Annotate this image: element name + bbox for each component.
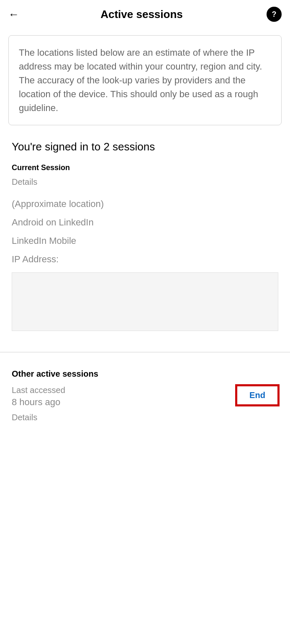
page-title: Active sessions <box>17 8 267 21</box>
main-content: You're signed in to 2 sessions Current S… <box>0 132 290 344</box>
other-sessions-section: Other active sessions Last accessed 8 ho… <box>0 361 290 431</box>
info-card: The locations listed below are an estima… <box>8 35 282 125</box>
other-session-details[interactable]: Details <box>12 413 278 422</box>
current-session-location: (Approximate location) <box>12 199 278 209</box>
section-divider <box>0 352 290 352</box>
session-time-group: Last accessed 8 hours ago <box>12 385 65 408</box>
current-session-device: Android on LinkedIn <box>12 217 278 228</box>
last-accessed-label: Last accessed <box>12 385 65 395</box>
other-sessions-label: Other active sessions <box>12 369 278 379</box>
current-session-ip: IP Address: <box>12 254 278 265</box>
current-session-label: Current Session <box>12 163 278 172</box>
current-session-app: LinkedIn Mobile <box>12 235 278 246</box>
app-header: ← Active sessions ? <box>0 0 290 28</box>
help-icon: ? <box>272 10 277 19</box>
time-ago-value: 8 hours ago <box>12 397 65 408</box>
help-button[interactable]: ? <box>267 7 282 22</box>
sessions-summary-title: You're signed in to 2 sessions <box>12 140 278 153</box>
map-area <box>12 272 278 331</box>
other-session-row: Last accessed 8 hours ago End <box>12 385 278 408</box>
current-session-details[interactable]: Details <box>12 177 278 187</box>
info-card-text: The locations listed below are an estima… <box>19 46 271 115</box>
end-session-button[interactable]: End <box>236 385 278 405</box>
